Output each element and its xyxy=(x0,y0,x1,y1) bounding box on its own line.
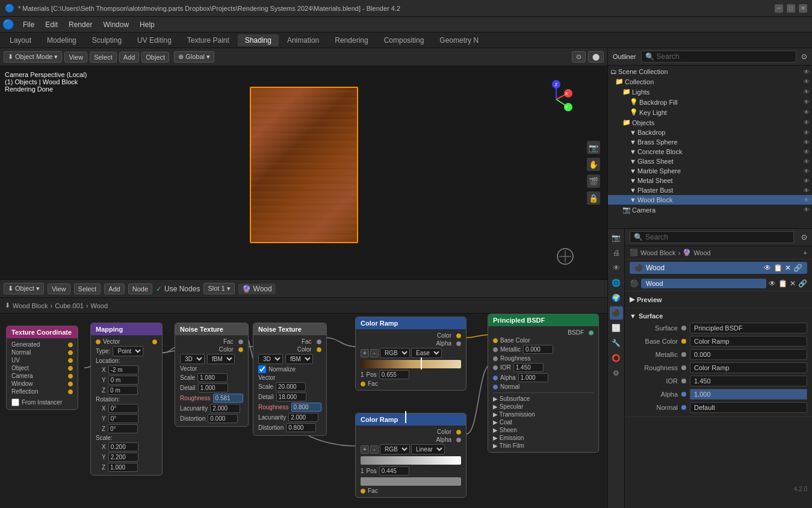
n2-mode[interactable]: 3D xyxy=(258,354,283,364)
preview-toggle[interactable]: ▶ Preview xyxy=(625,294,812,305)
cr2-pos[interactable] xyxy=(379,466,409,475)
surface-value[interactable]: Principled BSDF xyxy=(690,323,807,333)
node-color-ramp-1[interactable]: Color Ramp Color Alpha + - xyxy=(355,317,466,391)
bf-eye[interactable]: 👁 xyxy=(804,99,810,105)
obj-eye[interactable]: 👁 xyxy=(804,119,810,126)
wood-block-item[interactable]: ▼ Wood Block 👁 xyxy=(608,195,812,205)
material-selector[interactable]: 🔮 Wood xyxy=(238,283,276,294)
menu-render[interactable]: Render xyxy=(64,19,97,30)
mat-del-btn[interactable]: ✕ xyxy=(790,279,796,288)
n1-rough[interactable] xyxy=(213,394,243,403)
view-menu[interactable]: View xyxy=(64,52,87,63)
mat-preview-toggle[interactable]: 👁 xyxy=(769,279,776,288)
menu-file[interactable]: File xyxy=(18,19,39,30)
ior-value[interactable]: 1.450 xyxy=(690,376,807,386)
base-color-value[interactable]: Color Ramp xyxy=(690,336,807,347)
node-canvas[interactable]: Texture Coordinate Generated Normal UV O… xyxy=(0,314,607,508)
metal-sheet-item[interactable]: ▼ Metal Sheet 👁 xyxy=(608,176,812,185)
cr2-add-btn[interactable]: + xyxy=(361,445,369,454)
lights-eye[interactable]: 👁 xyxy=(804,88,810,95)
mod-prop-icon[interactable]: 🔧 xyxy=(610,336,623,350)
camera-tool[interactable]: 📷 xyxy=(587,141,600,154)
pbsdf-alpha[interactable] xyxy=(518,373,548,382)
view-prop-icon[interactable]: 👁 xyxy=(610,261,623,274)
msh-eye[interactable]: 👁 xyxy=(804,178,810,184)
maximize-button[interactable]: □ xyxy=(787,4,795,13)
cr1-pos[interactable] xyxy=(379,370,409,379)
mode-selector[interactable]: ⬇ Object Mode ▾ xyxy=(4,51,62,63)
node-texture-coordinate[interactable]: Texture Coordinate Generated Normal UV O… xyxy=(6,326,78,410)
sc-x[interactable] xyxy=(108,442,138,451)
bd-eye[interactable]: 👁 xyxy=(804,129,810,136)
viewport-3d[interactable]: Camera Perspective (Local) (1) Objects |… xyxy=(0,66,607,279)
node-noise-texture-1[interactable]: Noise Texture Fac Color 3D fBM Vector Sc… xyxy=(175,323,249,427)
sc-z[interactable] xyxy=(108,463,138,472)
marble-sphere-item[interactable]: ▼ Marble Sphere 👁 xyxy=(608,166,812,176)
menu-edit[interactable]: Edit xyxy=(40,19,63,30)
lock-icon[interactable]: 🔒 xyxy=(587,191,600,205)
transform-gizmo[interactable] xyxy=(556,247,574,267)
coll-eye[interactable]: 👁 xyxy=(804,78,810,85)
loc-z[interactable] xyxy=(108,386,138,395)
node-add[interactable]: Add xyxy=(104,283,125,294)
object-prop-icon[interactable]: ⬜ xyxy=(610,321,623,335)
tab-compositing[interactable]: Compositing xyxy=(377,34,432,46)
key-light-item[interactable]: 💡 Key Light 👁 xyxy=(608,107,812,117)
node-node-menu[interactable]: Node xyxy=(128,283,152,294)
close-button[interactable]: ✕ xyxy=(799,4,807,13)
tab-layout[interactable]: Layout xyxy=(2,34,39,46)
mat-copy-btn[interactable]: 📋 xyxy=(778,279,787,288)
tab-rendering[interactable]: Rendering xyxy=(327,34,375,46)
mat-copy-icon[interactable]: 📋 xyxy=(773,264,783,272)
backdrop-item[interactable]: ▼ Backdrop 👁 xyxy=(608,128,812,137)
glass-sheet-item[interactable]: ▼ Glass Sheet 👁 xyxy=(608,156,812,166)
minimize-button[interactable]: ─ xyxy=(775,4,783,13)
n2-lac[interactable] xyxy=(288,413,318,422)
phys-prop-icon[interactable]: ⚙ xyxy=(610,367,623,380)
material-name-bar[interactable]: ⚫ Wood 👁 📋 ✕ 🔗 xyxy=(630,262,807,274)
menu-window[interactable]: Window xyxy=(98,19,134,30)
cr1-remove-btn[interactable]: - xyxy=(370,349,379,358)
prop-search[interactable]: 🔍 Search xyxy=(630,231,794,243)
n1-basis[interactable]: fBM xyxy=(207,354,235,364)
camera-item[interactable]: 📷 Camera 👁 xyxy=(608,205,812,215)
tab-geometry-nodes[interactable]: Geometry N xyxy=(432,34,486,46)
tab-texture-paint[interactable]: Texture Paint xyxy=(180,34,237,46)
material-prop-icon[interactable]: ⚫ xyxy=(610,306,623,320)
n2-normalize[interactable] xyxy=(258,365,266,373)
select-menu[interactable]: Select xyxy=(90,52,117,63)
n2-detail[interactable] xyxy=(276,392,306,401)
breadcrumb-part3[interactable]: Wood xyxy=(91,302,108,309)
from-instancer-checkbox[interactable] xyxy=(11,398,19,406)
prop-filter-icon[interactable]: ⊙ xyxy=(801,233,807,241)
prop-add-icon[interactable]: + xyxy=(804,249,807,256)
use-nodes-toggle[interactable]: ✓ Use Nodes xyxy=(156,285,200,293)
render-prop-icon[interactable]: 📷 xyxy=(610,231,623,244)
pb-eye[interactable]: 👁 xyxy=(804,187,810,194)
backdrop-fill-item[interactable]: 💡 Backdrop Fill 👁 xyxy=(608,97,812,107)
cr1-interp[interactable]: Ease xyxy=(411,348,442,358)
outliner-search[interactable]: 🔍 Search xyxy=(641,51,796,63)
scene-prop-icon[interactable]: 🌐 xyxy=(610,276,623,290)
mat-delete-icon[interactable]: ✕ xyxy=(785,264,791,272)
rot-z[interactable] xyxy=(108,424,138,433)
cr2-remove-btn[interactable]: - xyxy=(370,445,379,454)
pbsdf-ior[interactable] xyxy=(513,363,544,372)
ms-eye[interactable]: 👁 xyxy=(804,168,810,175)
part-prop-icon[interactable]: ⭕ xyxy=(610,352,623,365)
collection-item[interactable]: 📁 Collection 👁 xyxy=(608,76,812,87)
navigation-gizmo[interactable]: X Y Z xyxy=(535,78,577,120)
rot-y[interactable] xyxy=(108,414,138,423)
normal-value[interactable]: Default xyxy=(690,402,807,413)
cr1-ramp-bar[interactable] xyxy=(361,360,461,368)
mat-chain-btn[interactable]: 🔗 xyxy=(798,279,807,288)
node-select[interactable]: Select xyxy=(74,283,101,294)
breadcrumb-part1[interactable]: Wood Block xyxy=(13,302,48,309)
object-menu[interactable]: Object xyxy=(141,52,169,63)
plaster-bust-item[interactable]: ▼ Plaster Bust 👁 xyxy=(608,185,812,195)
add-menu[interactable]: Add xyxy=(119,52,140,63)
roughness-value[interactable]: Color Ramp xyxy=(690,362,807,373)
n1-lac[interactable] xyxy=(210,404,240,413)
hand-tool[interactable]: ✋ xyxy=(587,158,600,171)
rot-x[interactable] xyxy=(108,404,138,413)
